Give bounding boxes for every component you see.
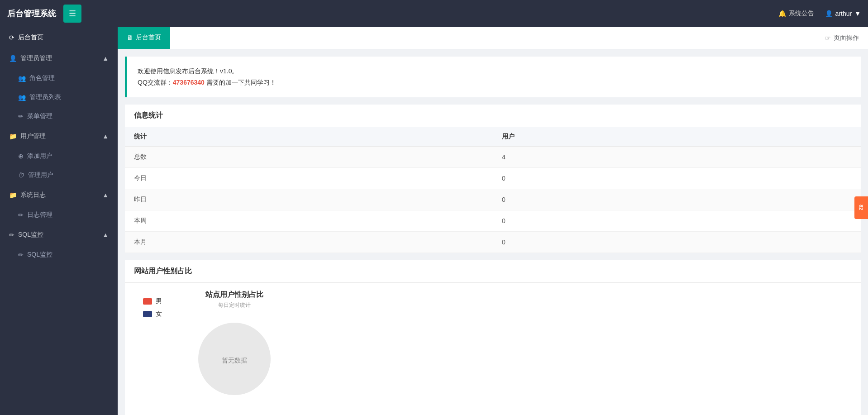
sidebar-item-home[interactable]: ⟳ 后台首页 bbox=[0, 27, 118, 48]
sql-group-icon: ✏ bbox=[9, 231, 14, 239]
app-title: 后台管理系统 bbox=[7, 8, 56, 19]
stat-label: 本月 bbox=[125, 232, 493, 253]
table-row: 本周 0 bbox=[125, 210, 861, 232]
sidebar-group-syslog-left: 📁 系统日志 bbox=[9, 191, 46, 199]
welcome-banner: 欢迎使用信息发布后台系统！v1.0。 QQ交流群：473676340 需要的加一… bbox=[125, 57, 861, 97]
admin-group-icon: 👤 bbox=[9, 55, 17, 62]
gender-content: 男 女 站点用户性别占比 每日定时统计 暂无数据 bbox=[125, 283, 861, 413]
main-content: 🖥 后台首页 ☞ 页面操作 欢迎使用信息发布后台系统！v1.0。 QQ交流群：4… bbox=[118, 27, 868, 415]
user-group-label: 用户管理 bbox=[20, 132, 46, 140]
float-button[interactable]: 82 bbox=[854, 196, 868, 219]
manage-user-icon: ⏱ bbox=[18, 172, 24, 179]
sidebar-group-sql[interactable]: ✏ SQL监控 ▲ bbox=[0, 224, 118, 245]
user-group-icon: 📁 bbox=[9, 133, 17, 140]
sidebar-item-admin-list[interactable]: 👥 管理员列表 bbox=[0, 88, 118, 107]
sql-monitor-label: SQL监控 bbox=[27, 251, 52, 259]
manage-user-label: 管理用户 bbox=[28, 171, 53, 179]
sidebar-item-manage-user[interactable]: ⏱ 管理用户 bbox=[0, 166, 118, 185]
content-area: 欢迎使用信息发布后台系统！v1.0。 QQ交流群：473676340 需要的加一… bbox=[118, 49, 868, 415]
sql-group-label: SQL监控 bbox=[18, 231, 43, 239]
sidebar: ⟳ 后台首页 👤 管理员管理 ▲ 👥 角色管理 👥 管理员列表 ✏ 菜单管理 📁 bbox=[0, 27, 118, 415]
table-row: 本月 0 bbox=[125, 232, 861, 253]
sidebar-group-user-left: 📁 用户管理 bbox=[9, 132, 46, 140]
page-ops-icon: ☞ bbox=[825, 34, 831, 42]
chart-title: 站点用户性别占比 bbox=[189, 290, 280, 300]
table-row: 总数 4 bbox=[125, 147, 861, 168]
tab-home-icon: 🖥 bbox=[127, 34, 133, 41]
stat-value: 0 bbox=[493, 210, 861, 232]
gender-legend: 男 女 bbox=[134, 290, 171, 325]
stat-value: 0 bbox=[493, 189, 861, 210]
stats-section: 信息统计 统计 用户 总数 4 今日 0 昨日 0 本周 0 bbox=[125, 105, 861, 253]
layout: ⟳ 后台首页 👤 管理员管理 ▲ 👥 角色管理 👥 管理员列表 ✏ 菜单管理 📁 bbox=[0, 27, 868, 415]
stats-title: 信息统计 bbox=[125, 105, 861, 127]
welcome-line2: QQ交流群：473676340 需要的加一下共同学习！ bbox=[138, 77, 850, 88]
admin-list-icon: 👥 bbox=[18, 94, 26, 101]
tab-home[interactable]: 🖥 后台首页 bbox=[118, 27, 170, 49]
col-header-stat: 统计 bbox=[125, 127, 493, 147]
welcome-line1: 欢迎使用信息发布后台系统！v1.0。 bbox=[138, 66, 850, 77]
tab-home-label: 后台首页 bbox=[136, 33, 161, 42]
home-icon: ⟳ bbox=[9, 34, 14, 41]
stat-label: 今日 bbox=[125, 168, 493, 189]
syslog-group-label: 系统日志 bbox=[20, 191, 46, 199]
sidebar-item-menu[interactable]: ✏ 菜单管理 bbox=[0, 107, 118, 126]
table-row: 昨日 0 bbox=[125, 189, 861, 210]
user-group-arrow: ▲ bbox=[102, 133, 109, 140]
menu-label: 菜单管理 bbox=[27, 112, 52, 120]
gender-pie-chart: 暂无数据 bbox=[189, 314, 280, 404]
sidebar-item-role[interactable]: 👥 角色管理 bbox=[0, 69, 118, 88]
dropdown-icon: ▼ bbox=[854, 10, 861, 17]
syslog-group-arrow: ▲ bbox=[102, 191, 109, 199]
welcome-prefix: QQ交流群： bbox=[138, 79, 173, 86]
float-button-label: 82 bbox=[858, 205, 864, 210]
sql-group-arrow: ▲ bbox=[102, 231, 109, 239]
sidebar-group-user[interactable]: 📁 用户管理 ▲ bbox=[0, 126, 118, 147]
female-color bbox=[143, 311, 152, 317]
header-right: 🔔 系统公告 👤 arthur ▼ bbox=[778, 10, 861, 18]
stat-label: 总数 bbox=[125, 147, 493, 168]
stats-table: 统计 用户 总数 4 今日 0 昨日 0 本周 0 本月 0 bbox=[125, 127, 861, 253]
stats-table-header: 统计 用户 bbox=[125, 127, 861, 147]
sidebar-group-syslog[interactable]: 📁 系统日志 ▲ bbox=[0, 185, 118, 205]
stat-label: 本周 bbox=[125, 210, 493, 232]
sidebar-group-admin-left: 👤 管理员管理 bbox=[9, 54, 52, 62]
stat-value: 0 bbox=[493, 232, 861, 253]
menu-icon: ✏ bbox=[18, 113, 24, 120]
user-icon: 👤 bbox=[825, 10, 833, 17]
stat-label: 昨日 bbox=[125, 189, 493, 210]
stat-value: 4 bbox=[493, 147, 861, 168]
table-row: 今日 0 bbox=[125, 168, 861, 189]
chart-placeholder: 站点用户性别占比 每日定时统计 暂无数据 bbox=[189, 290, 280, 405]
sidebar-group-admin[interactable]: 👤 管理员管理 ▲ bbox=[0, 48, 118, 69]
tab-bar: 🖥 后台首页 ☞ 页面操作 bbox=[118, 27, 868, 49]
qq-number: 473676340 bbox=[173, 79, 205, 86]
stat-value: 0 bbox=[493, 168, 861, 189]
legend-female: 女 bbox=[143, 310, 162, 318]
gender-section-title: 网站用户性别占比 bbox=[125, 260, 861, 283]
male-color bbox=[143, 298, 152, 305]
syslog-group-icon: 📁 bbox=[9, 191, 17, 199]
system-announce-button[interactable]: 🔔 系统公告 bbox=[778, 10, 814, 18]
role-icon: 👥 bbox=[18, 75, 26, 82]
sidebar-item-log-manage[interactable]: ✏ 日志管理 bbox=[0, 205, 118, 224]
sidebar-item-sql-monitor[interactable]: ✏ SQL监控 bbox=[0, 245, 118, 264]
sql-monitor-icon: ✏ bbox=[18, 251, 24, 258]
announce-icon: 🔔 bbox=[778, 10, 786, 17]
home-label: 后台首页 bbox=[18, 33, 43, 42]
legend-male: 男 bbox=[143, 297, 162, 305]
page-operations-button[interactable]: ☞ 页面操作 bbox=[816, 28, 868, 48]
gender-section: 网站用户性别占比 男 女 站点用户性别占比 每日 bbox=[125, 260, 861, 415]
user-info-button[interactable]: 👤 arthur ▼ bbox=[825, 10, 861, 17]
chart-subtitle: 每日定时统计 bbox=[189, 301, 280, 309]
sidebar-group-sql-left: ✏ SQL监控 bbox=[9, 231, 43, 239]
sidebar-item-add-user[interactable]: ⊕ 添加用户 bbox=[0, 147, 118, 166]
stats-table-body: 总数 4 今日 0 昨日 0 本周 0 本月 0 bbox=[125, 147, 861, 253]
hamburger-icon: ☰ bbox=[69, 9, 76, 19]
male-label: 男 bbox=[156, 297, 162, 305]
admin-group-arrow: ▲ bbox=[102, 55, 109, 62]
menu-toggle-button[interactable]: ☰ bbox=[63, 5, 81, 23]
admin-group-label: 管理员管理 bbox=[20, 54, 52, 62]
header-left: 后台管理系统 ☰ bbox=[7, 5, 81, 23]
username-label: arthur bbox=[835, 10, 852, 17]
